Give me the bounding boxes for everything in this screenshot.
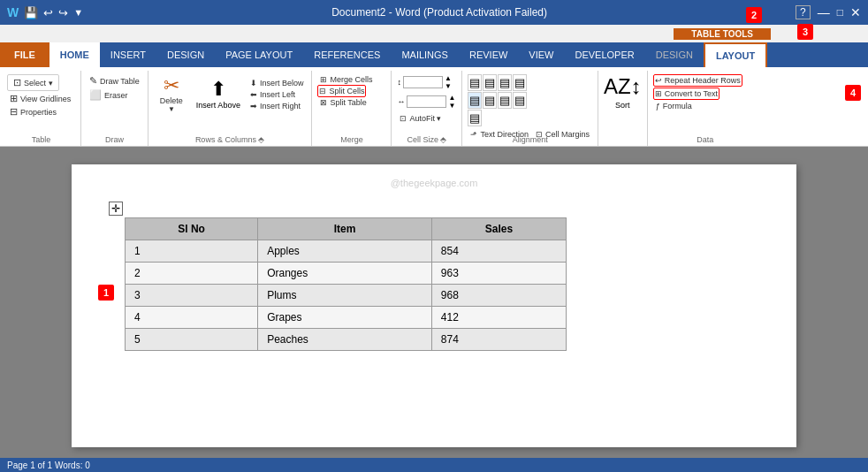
minimize-button[interactable]: — xyxy=(818,5,830,19)
table-cell[interactable]: 1 xyxy=(126,240,258,263)
table-cell[interactable]: 854 xyxy=(431,240,566,263)
table-header-item: Item xyxy=(258,218,432,240)
tab-design-tools[interactable]: DESIGN xyxy=(645,42,704,67)
word-icon: W xyxy=(7,5,19,19)
row-height-input[interactable] xyxy=(403,76,443,88)
tab-mailings[interactable]: MAILINGS xyxy=(391,42,459,67)
properties-button[interactable]: ⊟ Properties xyxy=(7,105,59,118)
table-cell[interactable]: 412 xyxy=(431,307,566,329)
tab-pagelayout[interactable]: PAGE LAYOUT xyxy=(215,42,303,67)
align-tr-icon[interactable]: ▤ xyxy=(498,74,512,91)
redo-icon[interactable]: ↪ xyxy=(58,6,68,19)
ribbon-group-rows-columns: ✂ Delete ▼ ⬆ Insert Above ⬇ Insert Below… xyxy=(148,71,313,146)
split-table-button[interactable]: ⊠ Split Table xyxy=(317,97,369,108)
merge-group-label: Merge xyxy=(312,135,391,144)
alignment-group-label: Alignment xyxy=(462,135,598,144)
insert-left-icon: ⬅ xyxy=(250,90,257,99)
ribbon-group-data: ↩ Repeat Header Rows ⊞ Convert to Text ƒ… xyxy=(648,71,763,146)
col-width-down[interactable]: ▼ xyxy=(448,102,455,110)
gridlines-icon: ⊞ xyxy=(10,93,18,104)
table-cell[interactable]: 4 xyxy=(126,307,258,329)
table-cell[interactable]: Plums xyxy=(258,285,432,307)
autofit-button[interactable]: ⊡ AutoFit ▾ xyxy=(397,113,444,124)
row-height-down[interactable]: ▼ xyxy=(445,82,452,90)
table-row: 1Apples854 xyxy=(126,240,567,263)
align-br-icon[interactable]: ▤ xyxy=(468,110,482,126)
align-bl-icon[interactable]: ▤ xyxy=(498,92,512,109)
insert-left-button[interactable]: ⬅ Insert Left xyxy=(247,89,307,100)
table-cell[interactable]: 5 xyxy=(126,329,258,351)
split-cells-icon: ⊟ xyxy=(319,87,326,95)
context-tools-bar: TABLE TOOLS xyxy=(0,25,868,42)
help-button[interactable]: ? xyxy=(796,5,811,19)
insert-above-button[interactable]: ⬆ Insert Above xyxy=(191,76,246,111)
tab-developer[interactable]: DEVELOPER xyxy=(564,42,644,67)
merge-cells-button[interactable]: ⊞ Merge Cells xyxy=(317,74,375,85)
tab-references[interactable]: REFERENCES xyxy=(303,42,391,67)
window-controls: ? — □ ✕ xyxy=(796,5,861,19)
table-cell[interactable]: 963 xyxy=(431,263,566,285)
maximize-button[interactable]: □ xyxy=(837,6,843,19)
table-cell[interactable]: 2 xyxy=(126,263,258,285)
delete-button[interactable]: ✂ Delete ▼ xyxy=(154,74,189,115)
tab-insert[interactable]: INSERT xyxy=(100,42,156,67)
customize-icon[interactable]: ▼ xyxy=(73,7,83,18)
view-gridlines-button[interactable]: ⊞ View Gridlines xyxy=(7,92,73,105)
table-header-slno: Sl No xyxy=(126,218,258,240)
badge-1: 1 xyxy=(98,285,114,301)
quick-save-icon[interactable]: 💾 xyxy=(24,6,38,19)
col-width-up[interactable]: ▲ xyxy=(448,94,455,102)
insert-below-button[interactable]: ⬇ Insert Below xyxy=(247,78,307,88)
tab-review[interactable]: REVIEW xyxy=(459,42,518,67)
row-height-icon: ↕ xyxy=(397,78,401,87)
align-mc-icon[interactable]: ▤ xyxy=(468,92,482,109)
draw-table-icon: ✎ xyxy=(89,75,97,87)
table-cell[interactable]: Apples xyxy=(258,240,432,263)
ribbon: ⊡ Select ▾ ⊞ View Gridlines ⊟ Properties… xyxy=(0,67,868,147)
ribbon-group-table: ⊡ Select ▾ ⊞ View Gridlines ⊟ Properties… xyxy=(2,71,81,146)
table-cell[interactable]: Grapes xyxy=(258,307,432,329)
split-cells-button[interactable]: ⊟ Split Cells xyxy=(317,85,366,97)
repeat-header-rows-button[interactable]: ↩ Repeat Header Rows xyxy=(653,74,742,87)
tab-home[interactable]: HOME xyxy=(49,42,100,67)
table-cell[interactable]: 968 xyxy=(431,285,566,307)
tab-view[interactable]: VIEW xyxy=(518,42,564,67)
title-bar: W 💾 ↩ ↪ ▼ Document2 - Word (Product Acti… xyxy=(0,0,868,25)
col-width-input[interactable] xyxy=(407,95,446,108)
delete-icon: ✂ xyxy=(164,76,179,95)
status-text: Page 1 of 1 Words: 0 xyxy=(7,461,90,470)
table-cell[interactable]: Oranges xyxy=(258,263,432,285)
ribbon-group-sort: AZ↕ Sort xyxy=(598,71,648,146)
sort-button[interactable]: AZ↕ xyxy=(604,74,642,99)
eraser-icon: ⬜ xyxy=(89,89,102,101)
align-bc-icon[interactable]: ▤ xyxy=(513,92,527,109)
insert-right-button[interactable]: ➡ Insert Right xyxy=(247,101,307,111)
align-tc-icon[interactable]: ▤ xyxy=(483,74,497,91)
insert-right-icon: ➡ xyxy=(250,102,257,110)
formula-button[interactable]: ƒ Formula xyxy=(653,101,695,111)
undo-icon[interactable]: ↩ xyxy=(43,6,53,19)
properties-icon: ⊟ xyxy=(10,106,18,118)
align-mr-icon[interactable]: ▤ xyxy=(483,92,497,109)
table-row: 2Oranges963 xyxy=(126,263,567,285)
table-tools-label: TABLE TOOLS xyxy=(674,28,771,40)
row-height-up[interactable]: ▲ xyxy=(445,74,452,82)
align-tl-icon[interactable]: ▤ xyxy=(468,74,482,91)
sort-icon: AZ↕ xyxy=(604,74,642,98)
close-button[interactable]: ✕ xyxy=(850,5,861,19)
table-cell[interactable]: Peaches xyxy=(258,329,432,351)
table-move-handle[interactable]: ✛ xyxy=(109,202,123,216)
tab-design[interactable]: DESIGN xyxy=(156,42,215,67)
table-cell[interactable]: 874 xyxy=(431,329,566,351)
align-ml-icon[interactable]: ▤ xyxy=(513,74,527,91)
ribbon-group-cell-size: ↕ ▲ ▼ ↔ ▲ ▼ ⊡ AutoFit ▾ Cell Size ⬘ xyxy=(392,71,462,146)
tab-layout[interactable]: LAYOUT xyxy=(704,42,767,67)
title-bar-left: W 💾 ↩ ↪ ▼ xyxy=(7,5,83,19)
select-button[interactable]: ⊡ Select ▾ xyxy=(7,74,59,91)
draw-table-button[interactable]: ✎ Draw Table xyxy=(87,74,142,88)
status-bar: Page 1 of 1 Words: 0 xyxy=(0,458,868,472)
convert-to-text-button[interactable]: ⊞ Convert to Text xyxy=(653,88,720,100)
tab-file[interactable]: FILE xyxy=(0,42,49,67)
eraser-button[interactable]: ⬜ Eraser xyxy=(87,88,131,102)
table-cell[interactable]: 3 xyxy=(126,285,258,307)
